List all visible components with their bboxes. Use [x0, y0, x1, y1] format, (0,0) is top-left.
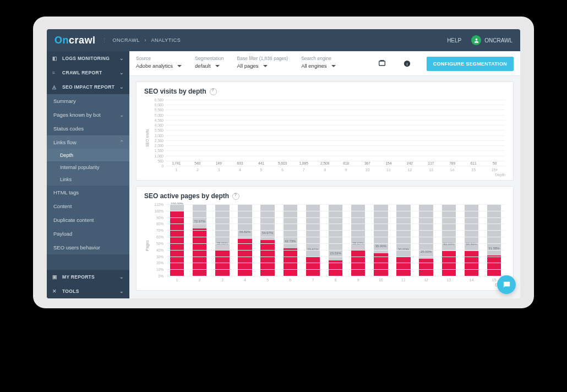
brand-logo[interactable]: Oncrawl — [54, 35, 96, 46]
bar[interactable]: 38.10% — [438, 204, 460, 276]
bar[interactable]: 789 — [441, 161, 463, 166]
nav-icon: ◬ — [52, 84, 59, 90]
bar[interactable]: 693 — [230, 161, 251, 166]
card-title-1-text: SEO visits by depth — [144, 88, 206, 95]
sidebar-leaf-3-2[interactable]: Links — [47, 173, 129, 186]
bar[interactable]: 818 — [336, 161, 357, 166]
bar[interactable]: 29.41% — [302, 204, 324, 276]
xtick: 15+ — [484, 166, 505, 172]
filter-basefilter[interactable]: Base filter (1,836 pages) All pages — [237, 56, 288, 69]
xtick: 4 — [230, 166, 251, 172]
bar[interactable]: 441 — [250, 161, 272, 166]
sidebar-item-label: Payload — [53, 231, 72, 237]
xtick: 7 — [302, 276, 324, 282]
info-icon[interactable]: i — [401, 57, 413, 69]
sidebar-item-7[interactable]: Payload — [47, 227, 129, 241]
bar[interactable]: 35.00% — [369, 204, 392, 276]
bar[interactable]: 2,508 — [314, 161, 336, 166]
filter-engine[interactable]: Search engine All engines — [301, 56, 335, 69]
bar[interactable]: 611 — [463, 161, 484, 166]
sidebar-item-6[interactable]: Duplicate content — [47, 213, 129, 227]
bar[interactable]: 42.73% — [279, 204, 302, 276]
sidebar-item-4[interactable]: HTML tags — [47, 186, 129, 199]
bar[interactable]: 38.67% — [347, 204, 369, 276]
user-label[interactable]: ONCRAWL — [484, 37, 513, 43]
chat-button[interactable] — [497, 275, 516, 294]
xtick: 2 — [188, 276, 211, 282]
breadcrumb[interactable]: ONCRAWL › ANALYTICS — [113, 37, 181, 43]
xtick: 14 — [441, 166, 463, 172]
bar[interactable]: 540 — [187, 161, 209, 166]
sidebar-item-8[interactable]: SEO users behavior — [47, 241, 129, 254]
chevron-down-icon: ⌄ — [119, 274, 124, 280]
sidebar-item-3[interactable]: Links flow⌃ — [47, 135, 129, 149]
bar[interactable]: 1,741 — [166, 161, 187, 166]
sidebar-top-0[interactable]: ◧LOGS MONITORING⌄ — [47, 51, 129, 66]
nav-icon: ≡ — [52, 70, 59, 75]
configure-segmentation-button[interactable]: CONFIGURE SEGMENTATION — [427, 57, 514, 71]
sidebar-bottom-1[interactable]: ✕TOOLS⌄ — [47, 284, 129, 298]
card-title-2-text: SEO active pages by depth — [144, 192, 229, 200]
breadcrumb-0[interactable]: ONCRAWL — [113, 37, 140, 43]
card-title-1: SEO visits by depth — [144, 88, 505, 95]
topbar-divider: ⋮ — [101, 37, 107, 44]
bar[interactable]: 1,885 — [293, 161, 314, 166]
sidebar-top-1[interactable]: ≡CRAWL REPORT⌄ — [47, 66, 129, 80]
help-icon[interactable] — [210, 88, 217, 95]
bar[interactable]: 38.96% — [211, 204, 233, 276]
xtick: 6 — [272, 166, 293, 172]
filter-source[interactable]: Source Adobe analytics — [136, 56, 182, 69]
sidebar-bottom-0[interactable]: ▣MY REPORTS⌄ — [47, 270, 129, 284]
sidebar-item-label: HTML tags — [53, 189, 79, 195]
sidebar-item-label: Content — [53, 203, 72, 209]
nav-icon: ◧ — [52, 56, 59, 61]
sidebar-item-2[interactable]: Status codes — [47, 122, 129, 135]
xtick: 15 — [463, 166, 484, 172]
bar[interactable]: 23.53% — [324, 204, 347, 276]
nav-icon: ✕ — [52, 288, 59, 294]
sidebar-item-label: Duplicate content — [53, 217, 94, 223]
sidebar-leaf-3-0[interactable]: Depth — [47, 149, 129, 161]
bar[interactable]: 367 — [357, 161, 378, 166]
chevron-down-icon: ⌄ — [119, 84, 124, 90]
svg-text:i: i — [407, 61, 408, 66]
export-icon[interactable] — [376, 57, 388, 69]
sidebar-leaf-3-1[interactable]: Internal popularity — [47, 161, 129, 173]
help-icon[interactable] — [232, 193, 239, 200]
ylabel-2: Pages — [144, 204, 150, 287]
filter-segmentation[interactable]: Segmentation default — [195, 56, 223, 69]
xlabel-1: Depth — [150, 173, 505, 177]
bar[interactable]: 117 — [421, 161, 442, 166]
bar[interactable]: 25.93% — [415, 204, 438, 276]
xtick: 8 — [314, 166, 336, 172]
xtick: 1 — [166, 166, 187, 172]
brand-rest: crawl — [69, 35, 96, 46]
breadcrumb-1[interactable]: ANALYTICS — [151, 37, 181, 43]
xtick: 11 — [392, 276, 415, 282]
bar[interactable]: 242 — [399, 161, 421, 166]
bar[interactable]: 100.00% — [166, 204, 188, 276]
breadcrumb-sep: › — [144, 37, 146, 43]
help-link[interactable]: HELP — [447, 37, 461, 43]
bar[interactable]: 149 — [208, 161, 230, 166]
sidebar-item-label: Summary — [53, 98, 76, 104]
sidebar-top-2[interactable]: ◬SEO IMPACT REPORT⌄ — [47, 80, 129, 94]
bar[interactable]: 30.00% — [392, 204, 415, 276]
bar[interactable]: 72.97% — [188, 204, 211, 276]
main: Source Adobe analytics Segmentation defa… — [129, 51, 520, 298]
card-active-pages: SEO active pages by depth Pages 0%10%20%… — [136, 186, 514, 291]
avatar[interactable] — [471, 35, 481, 45]
sidebar-item-5[interactable]: Content — [47, 199, 129, 213]
bar[interactable]: 5,603 — [272, 161, 293, 166]
bar[interactable]: 154 — [378, 161, 400, 166]
xtick: 4 — [233, 276, 256, 282]
bar[interactable]: 31.58% — [483, 204, 505, 276]
bar[interactable]: 54.67% — [257, 204, 279, 276]
sidebar-item-0[interactable]: Summary — [47, 94, 129, 108]
bar[interactable]: 56.82% — [233, 204, 256, 276]
sidebar-item-1[interactable]: Pages known by bot⌄ — [47, 108, 129, 122]
bar[interactable]: 50 — [484, 161, 505, 166]
card-seo-visits: SEO visits by depth SEO visits 05001,000… — [136, 81, 514, 181]
bar[interactable]: 38.36% — [460, 204, 483, 276]
chat-icon — [502, 280, 511, 290]
